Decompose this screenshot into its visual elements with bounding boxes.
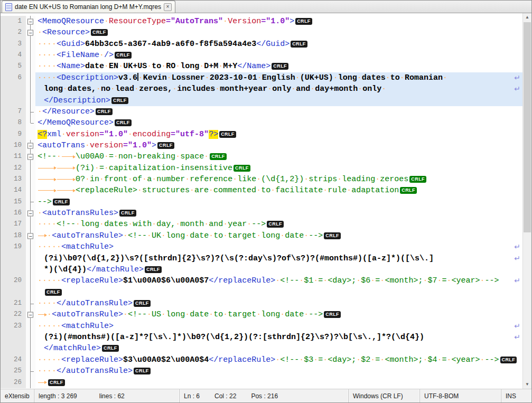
editor-line[interactable]: 15-->CRLF	[1, 196, 522, 208]
editor-line[interactable]: 18·<autoTransRule>·<!--·UK·long·date·to·…	[1, 230, 522, 241]
line-number[interactable]	[1, 264, 26, 275]
editor-line[interactable]: (?i)\b0?(\d{1,2})\s?([sthrdn]{2}\s?)?(\s…	[1, 253, 522, 264]
editor-line[interactable]: 3····<Guid>64bb3cc5-a367-4ab9-a6f0-f8f5a…	[1, 39, 522, 50]
editor-line[interactable]: 20·····<replaceRule>$1\u00A0$6\u00A0$7</…	[1, 275, 522, 286]
line-number[interactable]	[1, 253, 26, 264]
line-number[interactable]: 21	[1, 298, 26, 309]
editor-line[interactable]: 6····<Description>v3.6·Kevin·Lossner·202…	[1, 72, 522, 83]
line-number[interactable]: 17	[1, 219, 26, 230]
status-bar: eXtensib length : 3 269 lines : 62 Ln : …	[1, 389, 531, 402]
editor-line[interactable]: 130?·in·front·of·a·number·reference·like…	[1, 174, 522, 185]
fold-collapse-marker[interactable]	[26, 16, 35, 27]
editor-line[interactable]: 19·····<matchRule>↵	[1, 241, 522, 252]
editor-line[interactable]: *)(\d{4})</matchRule>CRLF	[1, 264, 522, 275]
editor-line[interactable]: 22·<autoTransRule>·<!--·US·long·date·to·…	[1, 309, 522, 320]
status-insert-mode[interactable]: INS	[501, 389, 531, 402]
editor-line[interactable]: 16·<autoTransRules>CRLF	[1, 208, 522, 219]
line-number[interactable]: 1	[1, 16, 26, 27]
line-number[interactable]: 22	[1, 309, 26, 320]
line-text: ····</autoTransRule>CRLF	[35, 365, 522, 377]
line-number[interactable]: 10	[1, 140, 26, 151]
editor-line[interactable]: 11<!--·\u00A0·=·non-breaking·space·CRLF	[1, 151, 522, 162]
line-number[interactable]: 7	[1, 106, 26, 117]
status-lines: lines : 62	[99, 392, 125, 400]
line-number[interactable]: 8	[1, 117, 26, 128]
editor-line[interactable]: 5····<Name>date·EN·UK+US·to·RO·long·D+M·…	[1, 61, 522, 72]
line-number[interactable]: 3	[1, 39, 26, 50]
editor-line[interactable]: 9<?xml·version="1.0"·encoding="utf-8"?>C…	[1, 129, 522, 140]
fold-collapse-marker[interactable]	[26, 140, 35, 151]
line-number[interactable]	[1, 343, 26, 354]
editor-line[interactable]: 2·<Resource>CRLF	[1, 27, 522, 38]
crlf-eol-badge: CRLF	[45, 289, 62, 296]
status-caret-position: Ln : 6 Col : 22 Pos : 216	[180, 389, 349, 402]
editor-line[interactable]: 10<autoTrans·version="1.0">CRLF	[1, 140, 522, 151]
line-number[interactable]: 12	[1, 163, 26, 174]
line-text: CRLF	[35, 287, 522, 298]
line-number[interactable]	[1, 83, 26, 95]
line-number[interactable]: 25	[1, 365, 26, 377]
line-text: ·<autoTransRule>·<!--·UK·long·date·to·ta…	[35, 230, 522, 241]
line-number[interactable]: 14	[1, 185, 26, 196]
editor-line[interactable]: 4····<FileName·/>CRLF	[1, 50, 522, 61]
line-number[interactable]	[1, 287, 26, 298]
editor-line[interactable]: 8</MemoQResource>CRLF	[1, 117, 522, 128]
editor-line[interactable]: 25····</autoTransRule>CRLF	[1, 365, 522, 377]
line-number[interactable]: 13	[1, 174, 26, 185]
line-number[interactable]: 23	[1, 321, 26, 332]
editor-line[interactable]: 21····</autoTransRule>CRLF	[1, 298, 522, 309]
status-eol-format[interactable]: Windows (CR LF)	[349, 389, 420, 402]
fold-guide	[26, 343, 35, 354]
line-text: *)(\d{4})</matchRule>CRLF	[35, 264, 522, 275]
scrollbar-thumb[interactable]	[524, 22, 531, 232]
line-number[interactable]: 24	[1, 354, 26, 365]
line-number[interactable]: 5	[1, 61, 26, 72]
line-text: (?i)·=·capitalization-insensitiveCRLF	[35, 163, 522, 174]
fold-collapse-marker[interactable]	[26, 230, 35, 241]
editor-line[interactable]: 24·····<replaceRule>$3\u00A0$2\u00A0$4</…	[1, 354, 522, 365]
fold-collapse-marker[interactable]	[26, 27, 35, 38]
editor-line[interactable]: </Description>CRLF	[1, 95, 522, 106]
line-wrap-icon: ↵	[514, 72, 520, 83]
fold-collapse-marker[interactable]	[26, 151, 35, 162]
line-number[interactable]: 26	[1, 377, 26, 388]
line-text: ····<Guid>64bb3cc5-a367-4ab9-a6f0-f8f5a5…	[35, 39, 522, 50]
line-number[interactable]: 6	[1, 72, 26, 83]
status-encoding[interactable]: UTF-8-BOM	[420, 389, 501, 402]
line-number[interactable]: 20	[1, 275, 26, 286]
line-number[interactable]: 11	[1, 151, 26, 162]
fold-collapse-marker[interactable]	[26, 309, 35, 320]
line-number[interactable]: 2	[1, 27, 26, 38]
editor-rows[interactable]: 1<MemoQResource·ResourceType="AutoTrans"…	[1, 13, 522, 389]
crlf-eol-badge: CRLF	[295, 18, 312, 25]
line-number[interactable]: 4	[1, 50, 26, 61]
fold-guide	[26, 106, 35, 117]
line-number[interactable]: 19	[1, 241, 26, 252]
editor-line[interactable]: 17····<!--·long·dates·with·day,·month·an…	[1, 219, 522, 230]
line-number[interactable]: 18	[1, 230, 26, 241]
editor-line[interactable]: 12(?i)·=·capitalization-insensitiveCRLF	[1, 163, 522, 174]
line-number[interactable]	[1, 95, 26, 106]
editor-line[interactable]: 7·</Resource>CRLF	[1, 106, 522, 117]
fold-guide	[26, 61, 35, 72]
editor-line[interactable]: 26CRLF	[1, 377, 522, 388]
document-tab[interactable]: date EN UK+US to Romanian long D+M M+Y.m…	[2, 1, 175, 13]
scroll-down-icon[interactable]: ▼	[523, 380, 531, 389]
editor-line[interactable]: 1<MemoQResource·ResourceType="AutoTrans"…	[1, 16, 522, 27]
fold-guide	[26, 129, 35, 140]
editor-line[interactable]: (?i)(#months#)([a-z]*?[\s\.]*)\b0?(\d{1,…	[1, 332, 522, 343]
editor-line[interactable]: </matchRule>CRLF	[1, 343, 522, 354]
close-icon[interactable]: ×	[164, 3, 172, 11]
crlf-eol-badge: CRLF	[53, 199, 70, 205]
line-number[interactable]: 16	[1, 208, 26, 219]
line-number[interactable]: 15	[1, 196, 26, 208]
editor-line[interactable]: CRLF	[1, 287, 522, 298]
fold-collapse-marker[interactable]	[26, 208, 35, 219]
editor-line[interactable]: 14<replaceRule>·structures·are·commented…	[1, 185, 522, 196]
editor-line[interactable]: 23·····<matchRule>↵	[1, 321, 522, 332]
editor-line[interactable]: long·dates,·no·lead·zeroes,·includes·mon…	[1, 83, 522, 95]
scroll-up-icon[interactable]: ▲	[523, 13, 531, 22]
line-number[interactable]: 9	[1, 129, 26, 140]
line-number[interactable]	[1, 332, 26, 343]
vertical-scrollbar[interactable]: ▲ ▼	[522, 13, 531, 389]
